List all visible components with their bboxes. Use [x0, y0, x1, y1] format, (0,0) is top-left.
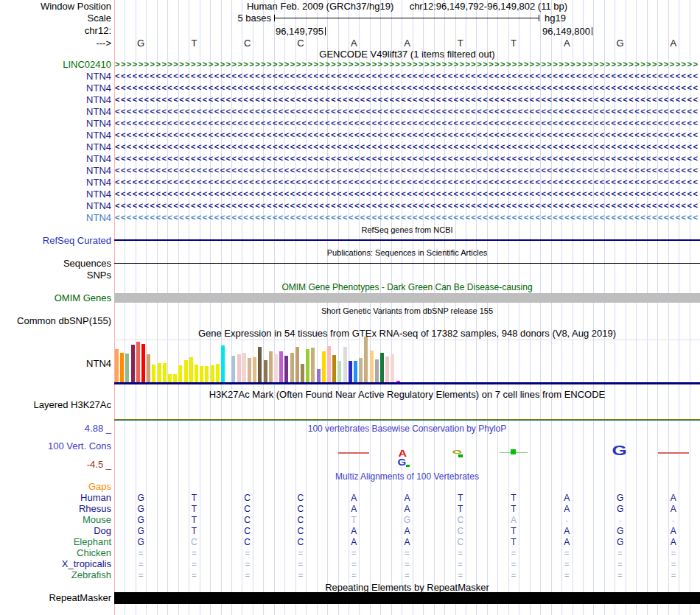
gtex-bar[interactable]	[115, 349, 119, 382]
gtex-bar[interactable]	[120, 353, 124, 382]
gtex-bar[interactable]	[173, 374, 177, 382]
alignment-base[interactable]: T	[167, 526, 220, 536]
alignment-base[interactable]: =	[594, 559, 647, 569]
alignment-base[interactable]: A	[647, 526, 700, 536]
gtex-bar[interactable]	[253, 357, 256, 382]
alignment-base[interactable]: =	[594, 548, 647, 558]
alignment-base[interactable]: =	[381, 548, 434, 558]
alignment-base[interactable]: =	[647, 570, 700, 580]
alignment-base[interactable]: T	[487, 526, 540, 536]
h3k27ac-teal-line[interactable]	[114, 420, 700, 421]
alignment-base[interactable]: =	[221, 548, 274, 558]
gene-model[interactable]: <<<<<<<<<<<<<<<<<<<<<<<<<<<<<<<<<<<<<<<<…	[115, 189, 699, 200]
publications-line[interactable]	[114, 263, 700, 264]
alignment-base[interactable]: A	[540, 526, 593, 536]
alignment-base[interactable]: =	[434, 548, 487, 558]
alignment-base[interactable]: =	[594, 570, 647, 580]
gtex-bar[interactable]	[349, 361, 352, 382]
alignment-base[interactable]: =	[221, 559, 274, 569]
gtex-bar[interactable]	[332, 355, 336, 382]
alignment-base[interactable]: =	[647, 559, 700, 569]
alignment-base[interactable]: A	[327, 493, 380, 503]
gtex-bar[interactable]	[295, 347, 299, 382]
alignment-base[interactable]: T	[167, 504, 220, 514]
gtex-bar[interactable]	[163, 363, 167, 382]
alignment-base[interactable]: =	[114, 570, 167, 580]
gtex-bar[interactable]	[158, 363, 161, 382]
gtex-bar[interactable]	[147, 354, 150, 382]
alignment-base[interactable]: =	[487, 548, 540, 558]
omim-gene-bar[interactable]	[114, 293, 700, 303]
logo-dot[interactable]	[406, 465, 410, 467]
gtex-bar[interactable]	[178, 365, 182, 382]
alignment-base[interactable]: A	[487, 515, 540, 525]
gtex-bar[interactable]	[311, 348, 315, 382]
gtex-bar[interactable]	[184, 360, 188, 382]
alignment-base[interactable]: A	[540, 493, 593, 503]
gene-model[interactable]: <<<<<<<<<<<<<<<<<<<<<<<<<<<<<<<<<<<<<<<<…	[115, 213, 699, 223]
alignment-base[interactable]: A	[647, 537, 700, 547]
alignment-base[interactable]: G	[594, 493, 647, 503]
alignment-base[interactable]: C	[221, 515, 274, 525]
repeatmasker-bar[interactable]	[114, 592, 700, 604]
gtex-bar[interactable]	[248, 358, 251, 382]
gtex-bar[interactable]	[216, 364, 220, 382]
gtex-bar[interactable]	[264, 360, 267, 382]
gtex-bar[interactable]	[279, 351, 283, 382]
logo-dot[interactable]	[511, 449, 516, 454]
alignment-base[interactable]: =	[540, 570, 593, 580]
gtex-bar[interactable]	[343, 347, 347, 382]
alignment-base[interactable]: =	[114, 548, 167, 558]
alignment-base[interactable]: =	[274, 548, 327, 558]
alignment-base[interactable]: A	[381, 537, 434, 547]
alignment-base[interactable]: =	[434, 559, 487, 569]
alignment-base[interactable]: =	[327, 548, 380, 558]
alignment-base[interactable]: =	[114, 559, 167, 569]
gene-model[interactable]: <<<<<<<<<<<<<<<<<<<<<<<<<<<<<<<<<<<<<<<<…	[115, 166, 699, 176]
alignment-base[interactable]: =	[327, 559, 380, 569]
alignment-base[interactable]: =	[487, 559, 540, 569]
gene-model[interactable]: <<<<<<<<<<<<<<<<<<<<<<<<<<<<<<<<<<<<<<<<…	[115, 83, 699, 94]
gtex-bar[interactable]	[258, 347, 262, 382]
alignment-base[interactable]: G	[114, 515, 167, 525]
gene-model[interactable]: >>>>>>>>>>>>>>>>>>>>>>>>>>>>>>>>>>>>>>>>…	[115, 60, 699, 70]
gtex-bar[interactable]	[337, 361, 341, 382]
gtex-bar[interactable]	[211, 365, 214, 382]
gene-model[interactable]: <<<<<<<<<<<<<<<<<<<<<<<<<<<<<<<<<<<<<<<<…	[115, 154, 699, 164]
alignment-base[interactable]: =	[274, 570, 327, 580]
gtex-bar[interactable]	[125, 354, 129, 382]
gene-model[interactable]: <<<<<<<<<<<<<<<<<<<<<<<<<<<<<<<<<<<<<<<<…	[115, 130, 699, 141]
gtex-bar[interactable]	[290, 353, 294, 382]
alignment-base[interactable]: A	[647, 493, 700, 503]
alignment-base[interactable]: =	[647, 548, 700, 558]
gtex-bar[interactable]	[205, 366, 209, 382]
gtex-bar[interactable]	[359, 358, 363, 382]
logo-letter-big[interactable]: G	[612, 442, 627, 458]
alignment-base[interactable]: =	[327, 570, 380, 580]
alignment-base[interactable]: =	[434, 570, 487, 580]
alignment-base[interactable]: G	[114, 504, 167, 514]
refseq-gene-line[interactable]	[114, 239, 700, 241]
gtex-bar[interactable]	[168, 374, 172, 382]
phylop-dash[interactable]	[338, 452, 369, 454]
alignment-base[interactable]: G	[114, 493, 167, 503]
gene-model[interactable]: <<<<<<<<<<<<<<<<<<<<<<<<<<<<<<<<<<<<<<<<…	[115, 178, 699, 188]
alignment-base[interactable]: T	[487, 493, 540, 503]
alignment-base[interactable]: A	[647, 504, 700, 514]
alignment-base[interactable]: C	[434, 537, 487, 547]
gtex-bar[interactable]	[189, 357, 193, 382]
gene-model[interactable]: <<<<<<<<<<<<<<<<<<<<<<<<<<<<<<<<<<<<<<<<…	[115, 119, 699, 129]
alignment-base[interactable]: C	[221, 537, 274, 547]
alignment-base[interactable]: =	[540, 559, 593, 569]
alignment-base[interactable]: T	[434, 504, 487, 514]
alignment-base[interactable]: A	[327, 526, 380, 536]
gene-model[interactable]: <<<<<<<<<<<<<<<<<<<<<<<<<<<<<<<<<<<<<<<<…	[115, 201, 699, 211]
alignment-base[interactable]: T	[167, 493, 220, 503]
alignment-base[interactable]: -	[647, 515, 700, 525]
alignment-base[interactable]: A	[540, 537, 593, 547]
gtex-bar[interactable]	[200, 366, 203, 382]
gtex-bar[interactable]	[284, 356, 288, 382]
gtex-bar[interactable]	[269, 351, 273, 382]
gtex-bar[interactable]	[370, 351, 374, 382]
alignment-base[interactable]: A	[381, 526, 434, 536]
